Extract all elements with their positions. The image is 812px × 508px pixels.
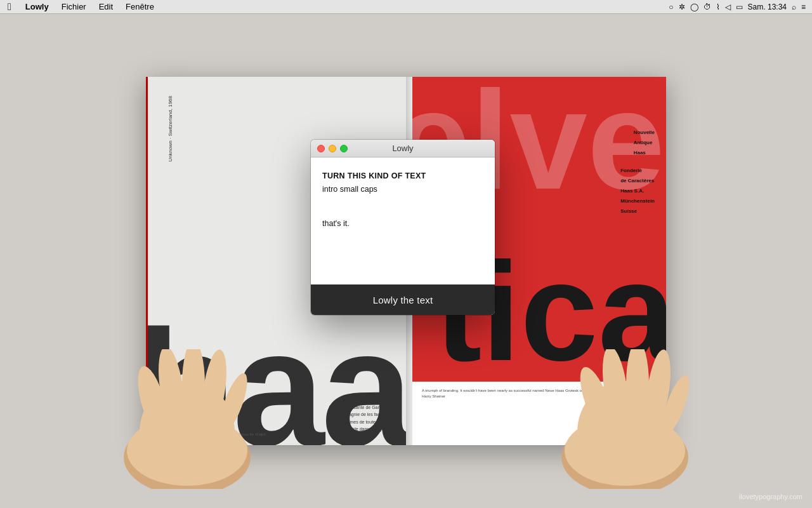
menu-fichier[interactable]: Fichier [55,0,93,14]
clock: Sam. 13:34 [748,3,787,11]
right-sidebar-text2: Fonderiede CaractèresHaas S.A.Münchenste… [620,166,655,217]
svg-point-7 [127,416,247,486]
left-hand [108,349,266,489]
right-sidebar-text1: NouvelleAntiqueHaas [634,128,655,158]
window-title: Lowly [392,144,413,153]
notification-icon: ○ [669,3,673,11]
left-page-vertical-text: Unknown · Switzerland, 1968 [167,96,174,162]
volume-icon: ◁ [725,3,731,11]
bluetooth-icon: ✲ [679,3,685,11]
content-heading: TURN THIS KIND OF TEXT [322,170,483,182]
window-titlebar: Lowly [311,140,495,157]
window-controls [317,145,348,152]
window-footer: Lowly the text [311,284,495,315]
menu-list-icon[interactable]: ≡ [801,3,806,11]
menu-edit[interactable]: Edit [93,0,119,14]
watermark: ilovetypography.com [739,493,802,500]
wifi-icon: ⌇ [716,3,720,11]
apple-icon:  [8,1,11,13]
battery-icon: ▭ [736,3,743,11]
close-button[interactable] [317,145,325,152]
messages-icon: ◯ [690,3,698,11]
svg-point-15 [565,416,685,486]
right-hand [546,349,704,489]
app-window: Lowly TURN THIS KIND OF TEXT intro small… [311,140,495,315]
menubar:  Lowly Fichier Edit Fenêtre ○ ✲ ◯ ⏱ ⌇ ◁… [0,0,812,14]
lowly-the-text-button[interactable]: Lowly the text [311,284,495,315]
menubar-left:  Lowly Fichier Edit Fenêtre [0,0,160,14]
content-body: that's it. [322,218,483,230]
menubar-right: ○ ✲ ◯ ⏱ ⌇ ◁ ▭ Sam. 13:34 ⌕ ≡ [669,3,812,11]
content-subheading: intro small caps [322,184,483,196]
left-body-text: Dedicated deux appareils François Boisan… [329,397,393,432]
maximize-button[interactable] [340,145,348,152]
menu-fenetre[interactable]: Fenêtre [119,0,160,14]
apple-menu[interactable]:  [0,0,19,14]
search-icon[interactable]: ⌕ [792,3,796,11]
minimize-button[interactable] [329,145,336,152]
time-machine-icon: ⏱ [704,3,711,11]
app-name[interactable]: Lowly [19,0,55,14]
window-content: TURN THIS KIND OF TEXT intro small caps … [311,157,495,284]
